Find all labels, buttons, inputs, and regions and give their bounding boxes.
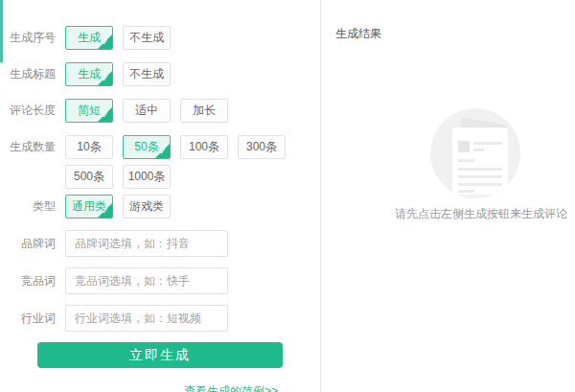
- form-rows: 生成序号生成✓不生成生成标题生成✓不生成评论长度简短✓适中加长生成数量10条50…: [0, 26, 320, 332]
- submit-row: 立即生成: [0, 342, 320, 368]
- length-option-适中[interactable]: 适中: [123, 99, 171, 123]
- view-examples-link[interactable]: 查看生成的范例>>: [184, 384, 278, 392]
- serial-label: 生成序号: [0, 26, 56, 50]
- length-option-简短[interactable]: 简短✓: [65, 99, 113, 123]
- serial-option-生成[interactable]: 生成✓: [65, 26, 113, 50]
- brand-label: 品牌词: [0, 230, 56, 257]
- paper-sheet-icon: [452, 127, 508, 195]
- check-icon: ✓: [155, 144, 170, 158]
- quantity-option-500条[interactable]: 500条: [65, 165, 113, 189]
- generate-now-button[interactable]: 立即生成: [37, 342, 283, 368]
- competitor-label: 竞品词: [0, 267, 56, 294]
- result-panel: 生成结果 请先点击左侧生成按钮来生成评论: [320, 0, 575, 392]
- comment-generator-app: 生成序号生成✓不生成生成标题生成✓不生成评论长度简短✓适中加长生成数量10条50…: [0, 0, 575, 392]
- serial-option-不生成[interactable]: 不生成: [123, 26, 171, 50]
- competitor-input[interactable]: [65, 267, 228, 294]
- title-option-不生成[interactable]: 不生成: [123, 62, 171, 86]
- form-row-serial: 生成序号生成✓不生成: [0, 26, 320, 50]
- industry-label: 行业词: [0, 305, 56, 332]
- empty-state-hint-text: 请先点击左侧生成按钮来生成评论: [395, 206, 567, 222]
- check-icon: ✓: [98, 107, 112, 122]
- type-option-游戏类[interactable]: 游戏类: [123, 195, 171, 219]
- example-link-row: 查看生成的范例>>: [0, 381, 278, 392]
- quantity-option-1000条[interactable]: 1000条: [123, 165, 171, 189]
- quantity-label: 生成数量: [0, 135, 56, 159]
- form-row-brand: 品牌词: [0, 230, 320, 257]
- form-row-length: 评论长度简短✓适中加长: [0, 99, 320, 123]
- check-icon: ✓: [98, 203, 112, 218]
- type-option-通用类[interactable]: 通用类✓: [65, 195, 113, 219]
- form-row-type: 类型通用类✓游戏类: [0, 195, 320, 219]
- quantity-option-300条[interactable]: 300条: [238, 135, 286, 159]
- check-icon: ✓: [98, 35, 112, 49]
- quantity-option-10条[interactable]: 10条: [65, 135, 113, 159]
- length-options: 简短✓适中加长: [65, 99, 295, 123]
- title-label: 生成标题: [0, 62, 56, 86]
- type-label: 类型: [0, 195, 56, 219]
- industry-input[interactable]: [65, 305, 228, 332]
- form-row-industry: 行业词: [0, 305, 320, 332]
- length-label: 评论长度: [0, 99, 56, 123]
- type-options: 通用类✓游戏类: [65, 195, 295, 219]
- form-row-title: 生成标题生成✓不生成: [0, 62, 320, 86]
- quantity-option-50条[interactable]: 50条✓: [123, 135, 171, 159]
- result-panel-title: 生成结果: [335, 26, 381, 42]
- length-option-加长[interactable]: 加长: [180, 99, 228, 123]
- title-option-生成[interactable]: 生成✓: [65, 62, 113, 86]
- form-row-competitor: 竞品词: [0, 267, 320, 294]
- serial-options: 生成✓不生成: [65, 26, 295, 50]
- quantity-options: 10条50条✓100条300条500条1000条: [65, 135, 295, 189]
- form-panel: 生成序号生成✓不生成生成标题生成✓不生成评论长度简短✓适中加长生成数量10条50…: [0, 0, 320, 392]
- check-icon: ✓: [98, 71, 112, 85]
- title-options: 生成✓不生成: [65, 62, 295, 86]
- quantity-option-100条[interactable]: 100条: [180, 135, 228, 159]
- empty-state-document-icon: [430, 108, 520, 198]
- brand-input[interactable]: [65, 230, 228, 257]
- form-row-quantity: 生成数量10条50条✓100条300条500条1000条: [0, 135, 320, 189]
